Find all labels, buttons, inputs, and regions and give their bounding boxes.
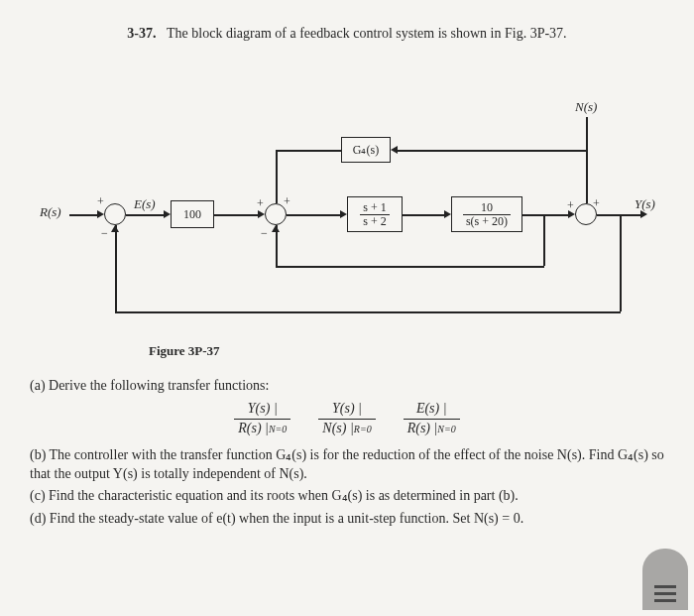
label-E: E(s) bbox=[134, 196, 156, 212]
tf-item: Y(s) | R(s) |N=0 bbox=[234, 400, 290, 438]
tf1-num: s + 1 bbox=[360, 201, 389, 215]
part-a-lead: (a) Derive the following transfer functi… bbox=[30, 377, 664, 396]
tf-block-1: s + 1 s + 2 bbox=[347, 196, 403, 232]
transfer-function-row: Y(s) | R(s) |N=0 Y(s) | N(s) |R=0 E(s) |… bbox=[30, 400, 664, 438]
label-N: N(s) bbox=[575, 99, 597, 115]
tf2-den: s(s + 20) bbox=[463, 215, 511, 228]
part-d: (d) Find the steady-state value of e(t) … bbox=[30, 510, 664, 529]
problem-title: 3-37. The block diagram of a feedback co… bbox=[30, 26, 664, 42]
label-Y: Y(s) bbox=[635, 196, 655, 212]
gain-block: 100 bbox=[171, 200, 214, 228]
gain-value: 100 bbox=[183, 208, 201, 221]
question-list: (a) Derive the following transfer functi… bbox=[30, 377, 664, 529]
block-diagram: R(s) + − E(s) 100 + + s + 1 s + 2 bbox=[40, 56, 654, 333]
tf2-num: 10 bbox=[463, 201, 511, 215]
part-c: (c) Find the characteristic equation and… bbox=[30, 487, 664, 506]
g4-block: G₄(s) bbox=[341, 137, 391, 163]
g4-label: G₄(s) bbox=[353, 144, 379, 157]
tf-item: E(s) | R(s) |N=0 bbox=[404, 400, 460, 438]
problem-statement: The block diagram of a feedback control … bbox=[167, 26, 567, 41]
problem-number: 3-37. bbox=[127, 26, 156, 41]
side-tab[interactable] bbox=[642, 549, 688, 610]
tf-block-2: 10 s(s + 20) bbox=[451, 196, 522, 232]
figure-caption: Figure 3P-37 bbox=[149, 343, 664, 359]
sum-junction-1 bbox=[104, 203, 126, 225]
part-b: (b) The controller with the transfer fun… bbox=[30, 446, 664, 484]
tf1-den: s + 2 bbox=[360, 215, 389, 228]
tf-item: Y(s) | N(s) |R=0 bbox=[318, 400, 375, 438]
menu-icon bbox=[654, 585, 676, 602]
label-R: R(s) bbox=[40, 204, 61, 220]
